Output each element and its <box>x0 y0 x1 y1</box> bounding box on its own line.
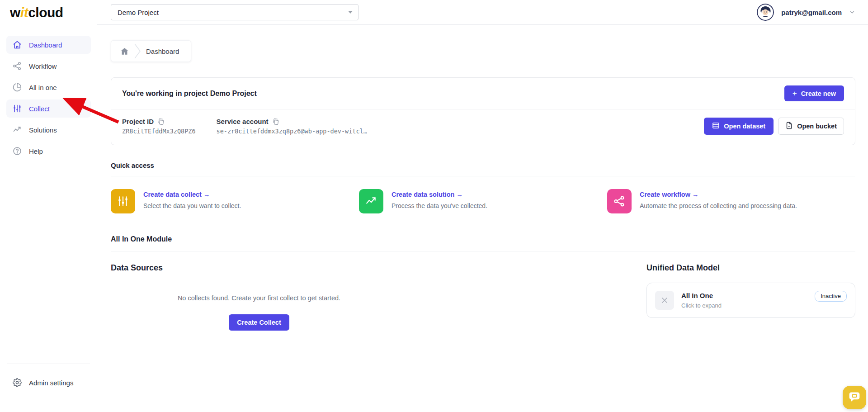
share-nodes-icon <box>607 189 632 213</box>
share-nodes-icon <box>12 61 22 71</box>
project-selector-dropdown[interactable]: Demo Project <box>111 4 359 20</box>
quick-access-link[interactable]: Create data collect → <box>143 191 241 198</box>
project-card-actions: Open dataset Open bucket <box>704 118 844 135</box>
data-sources-empty-text: No collects found. Create your first col… <box>111 294 407 302</box>
project-id-value: ZR8citTEfddMx3zQ8PZ6 <box>122 128 196 135</box>
breadcrumb-separator-icon <box>134 42 141 60</box>
plus-icon: + <box>793 90 797 97</box>
copy-icon[interactable] <box>272 118 279 125</box>
data-sources-section: Data Sources No collects found. Create y… <box>111 263 407 331</box>
data-sources-title: Data Sources <box>111 263 407 273</box>
chevron-down-icon <box>348 11 353 14</box>
sidebar-item-label: Help <box>29 147 43 155</box>
user-menu[interactable]: patryk@gmail.com <box>743 4 855 21</box>
sidebar-item-label: All in one <box>29 84 57 91</box>
bottom-section: Data Sources No collects found. Create y… <box>111 263 855 331</box>
logo-part-cloud: cloud <box>28 5 63 20</box>
all-in-one-module-heading: All In One Module <box>111 235 855 251</box>
service-account-value: se-zr8cittefddmx3zq8pz6@wb-app-dev-witcl… <box>217 128 367 135</box>
service-account-field: Service account se-zr8cittefddmx3zq8pz6@… <box>217 118 367 135</box>
sidebar-nav: Dashboard Workflow All in one Collect <box>0 36 97 160</box>
quick-access-card-workflow[interactable]: Create workflow → Automate the process o… <box>607 189 855 213</box>
chat-widget-button[interactable] <box>843 386 866 409</box>
file-icon <box>785 122 793 131</box>
witcloud-logo[interactable]: witcloud <box>0 0 97 25</box>
main-column: Demo Project patryk@gmail.com <box>97 0 868 412</box>
breadcrumb: Dashboard <box>111 40 191 62</box>
project-card: You're working in project Demo Project +… <box>111 77 855 145</box>
home-icon[interactable] <box>120 47 129 56</box>
quick-access-link[interactable]: Create data solution → <box>392 191 487 198</box>
trending-up-icon <box>12 125 22 135</box>
topbar-divider <box>743 4 743 21</box>
avatar <box>757 4 774 21</box>
open-dataset-label: Open dataset <box>724 123 765 130</box>
copy-icon[interactable] <box>157 118 165 125</box>
sliders-icon <box>12 104 22 114</box>
open-dataset-button[interactable]: Open dataset <box>704 118 774 135</box>
model-card-subtitle: Click to expand <box>681 302 722 309</box>
app-root: witcloud Dashboard Workflow All in one <box>0 0 868 412</box>
create-collect-label: Create Collect <box>237 319 281 326</box>
question-circle-icon <box>12 146 22 156</box>
content-area: Dashboard You're working in project Demo… <box>97 25 868 331</box>
project-id-label: Project ID <box>122 118 154 125</box>
quick-access-row: Create data collect → Select the data yo… <box>111 189 855 213</box>
chat-bubble-icon <box>848 390 861 405</box>
breadcrumb-current-page[interactable]: Dashboard <box>146 47 179 55</box>
admin-settings-label: Admin settings <box>29 379 73 387</box>
gear-icon <box>12 378 22 388</box>
chevron-down-icon <box>849 9 855 15</box>
logo-part-w: w <box>10 5 20 20</box>
quick-access-description: Process the data you've collected. <box>392 202 487 209</box>
project-card-title: You're working in project Demo Project <box>122 90 257 98</box>
topbar: Demo Project patryk@gmail.com <box>97 0 868 25</box>
project-card-body: Project ID ZR8citTEfddMx3zQ8PZ6 Service … <box>111 109 855 145</box>
quick-access-description: Automate the process of collecting and p… <box>640 202 797 209</box>
quick-access-link[interactable]: Create workflow → <box>640 191 797 198</box>
sidebar-item-label: Collect <box>29 105 50 113</box>
sidebar-item-label: Workflow <box>29 62 57 70</box>
trending-up-icon <box>359 189 383 213</box>
create-new-label: Create new <box>801 90 836 97</box>
service-account-label: Service account <box>217 118 269 125</box>
quick-access-card-solution[interactable]: Create data solution → Process the data … <box>359 189 607 213</box>
sidebar-item-all-in-one[interactable]: All in one <box>6 78 91 96</box>
create-collect-button[interactable]: Create Collect <box>229 314 289 331</box>
sidebar-bottom: Admin settings <box>0 364 97 412</box>
sidebar-item-workflow[interactable]: Workflow <box>6 57 91 75</box>
model-card-title: All In One <box>681 292 722 299</box>
user-email: patryk@gmail.com <box>781 9 842 16</box>
sidebar-item-label: Solutions <box>29 126 57 134</box>
sidebar-item-solutions[interactable]: Solutions <box>6 121 91 139</box>
table-icon <box>712 122 720 131</box>
pie-chart-icon <box>12 82 22 92</box>
project-card-header: You're working in project Demo Project +… <box>111 78 855 109</box>
sidebar-divider <box>7 364 90 364</box>
project-selector-value: Demo Project <box>118 9 159 16</box>
open-bucket-button[interactable]: Open bucket <box>778 118 844 135</box>
sidebar: witcloud Dashboard Workflow All in one <box>0 0 97 412</box>
unified-data-model-title: Unified Data Model <box>646 263 855 273</box>
quick-access-card-collect[interactable]: Create data collect → Select the data yo… <box>111 189 359 213</box>
quick-access-heading: Quick access <box>111 161 855 176</box>
sidebar-item-label: Dashboard <box>29 41 62 49</box>
project-id-field: Project ID ZR8citTEfddMx3zQ8PZ6 <box>122 118 196 135</box>
sidebar-item-collect[interactable]: Collect <box>6 99 91 118</box>
close-icon <box>655 291 674 310</box>
status-badge: Inactive <box>815 291 847 302</box>
all-in-one-model-card[interactable]: All In One Click to expand Inactive <box>646 283 855 318</box>
home-icon <box>12 40 22 50</box>
create-new-button[interactable]: + Create new <box>784 85 844 101</box>
sliders-icon <box>111 189 135 213</box>
sidebar-item-help[interactable]: Help <box>6 142 91 160</box>
quick-access-description: Select the data you want to collect. <box>143 202 241 209</box>
unified-data-model-section: Unified Data Model All In One Click to e… <box>646 263 855 331</box>
open-bucket-label: Open bucket <box>797 123 837 130</box>
sidebar-item-admin-settings[interactable]: Admin settings <box>0 374 97 391</box>
logo-part-it: it <box>20 5 28 20</box>
sidebar-item-dashboard[interactable]: Dashboard <box>6 36 91 54</box>
